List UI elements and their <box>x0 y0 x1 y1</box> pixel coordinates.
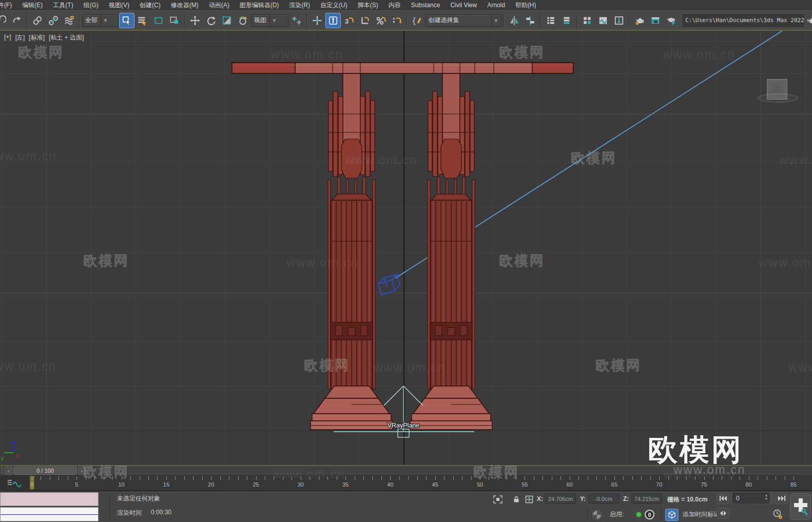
prev-frame-button[interactable]: ‹ <box>5 467 12 475</box>
redo-icon[interactable] <box>9 13 25 28</box>
toolbar-separator <box>306 14 307 27</box>
menu-item-9[interactable]: 图形编辑器(D) <box>235 0 284 10</box>
watermark-url: www.om.cn <box>345 153 417 167</box>
percent-snap-icon[interactable] <box>373 13 389 28</box>
object-name-label: VRayPlane <box>388 422 420 429</box>
menu-item-13[interactable]: 内容 <box>383 0 406 10</box>
viewport-menu-shading[interactable]: [粘土 + 边面] <box>49 33 84 42</box>
maxscript-mini-listener[interactable] <box>0 507 99 521</box>
selection-region-icon[interactable] <box>151 13 166 28</box>
selection-lock-icon[interactable] <box>512 495 521 504</box>
viewcube[interactable]: 左 <box>757 76 803 106</box>
menu-item-8[interactable]: 动画(A) <box>204 0 235 10</box>
window-crossing-icon[interactable] <box>167 13 182 28</box>
menu-item-7[interactable]: 修改器(M) <box>166 0 204 10</box>
main-toolbar: 全部▼ 视图▼ 3 { 创建选择集▼ <box>0 10 812 30</box>
current-frame-field[interactable]: 0 ▲▼ <box>732 493 769 504</box>
toolbar-grip[interactable] <box>1 468 3 474</box>
frame-spinner[interactable]: ▲▼ <box>765 494 768 500</box>
toolbar-overflow-icon[interactable] <box>804 13 812 28</box>
render-setup-icon[interactable] <box>632 13 647 28</box>
spinner-snap-icon[interactable] <box>389 13 404 28</box>
scene-explorer-icon[interactable] <box>543 13 558 28</box>
menu-item-3[interactable]: 工具(T) <box>48 0 78 10</box>
menu-item-16[interactable]: Arnold <box>482 0 510 10</box>
layer-explorer-icon[interactable] <box>559 13 574 28</box>
z-coord-field[interactable]: 74.215cm <box>631 494 662 504</box>
time-config-icon[interactable] <box>772 509 783 520</box>
scene-canvas[interactable]: VRayPlane y x <box>0 31 812 465</box>
undo-icon[interactable] <box>0 13 9 28</box>
x-coord-field[interactable]: 24.706cm <box>545 494 576 504</box>
isolate-selection-icon[interactable] <box>493 495 503 504</box>
viewport-left[interactable]: [+] [左] [标准] [粘土 + 边面] <box>0 30 812 466</box>
y-coord-field[interactable]: -0.0cm <box>588 494 619 504</box>
column-right[interactable] <box>410 73 492 430</box>
bind-spacewarp-icon[interactable] <box>62 13 77 28</box>
watermark-url: www. <box>779 153 812 167</box>
menu-item-15[interactable]: Civil View <box>445 0 482 10</box>
menu-item-17[interactable]: 帮助(H) <box>510 0 542 10</box>
viewport-menu-general[interactable]: [+] <box>4 33 11 42</box>
mirror-icon[interactable] <box>507 13 522 28</box>
transform-typein-icon[interactable] <box>525 495 534 504</box>
time-tag-cube-button[interactable] <box>665 509 679 521</box>
link-icon[interactable] <box>30 13 45 28</box>
x-coord-label: X: <box>537 495 543 502</box>
project-path-dropdown[interactable]: C:\Users\Han\Documents\3ds Max 2022▼ <box>683 14 804 27</box>
watermark-url: www.om.cn <box>759 256 812 270</box>
maxscript-mini-listener-macro[interactable] <box>0 492 99 506</box>
column-left[interactable] <box>311 73 393 430</box>
watermark-brand: 欧模网 <box>499 43 545 62</box>
selection-set-dropdown[interactable]: 创建选择集▼ <box>426 14 501 27</box>
menu-item-10[interactable]: 渲染(R) <box>284 0 315 10</box>
menu-item-1[interactable]: 文件(F) <box>0 0 17 10</box>
time-slider-handle[interactable]: 0 / 100 <box>13 467 77 475</box>
select-by-name-icon[interactable] <box>135 13 150 28</box>
enable-count-badge[interactable]: 0 <box>645 510 654 519</box>
menu-item-12[interactable]: 脚本(S) <box>353 0 383 10</box>
selection-filter-dropdown[interactable]: 全部▼ <box>82 14 119 27</box>
named-selection-sets-icon[interactable]: { <box>410 13 425 28</box>
select-manipulate-icon[interactable] <box>310 13 325 28</box>
top-beam[interactable] <box>232 63 573 73</box>
goto-start-button[interactable] <box>717 493 729 504</box>
enable-led <box>636 512 641 517</box>
watermark-brand: 欧模网 <box>83 463 129 481</box>
menu-item-14[interactable]: Substance <box>406 0 446 10</box>
select-move-icon[interactable] <box>187 13 203 28</box>
menu-item-6[interactable]: 创建(C) <box>134 0 166 10</box>
unlink-icon[interactable] <box>46 13 61 28</box>
menu-item-5[interactable]: 视图(V) <box>104 0 134 10</box>
snap-3d-icon[interactable]: 3 <box>341 13 357 28</box>
viewcube-face-left[interactable]: 左 <box>767 79 787 100</box>
snaps-toggle-button[interactable] <box>325 13 341 28</box>
schematic-view-icon[interactable] <box>595 13 611 28</box>
render-icon[interactable] <box>664 13 679 28</box>
menu-item-2[interactable]: 编辑(E) <box>17 0 48 10</box>
key-mode-toggle[interactable] <box>717 508 729 519</box>
chevron-down-icon: ▼ <box>101 15 108 26</box>
coord-system-dropdown[interactable]: 视图▼ <box>251 14 288 27</box>
curve-editor-icon[interactable] <box>579 13 595 28</box>
set-key-button[interactable] <box>790 493 811 520</box>
select-rotate-icon[interactable] <box>203 13 219 28</box>
material-editor-icon[interactable] <box>611 13 627 28</box>
angle-snap-icon[interactable] <box>357 13 373 28</box>
align-icon[interactable] <box>523 13 538 28</box>
watermark-brand: 欧模网 <box>595 356 642 375</box>
select-object-button[interactable] <box>119 13 134 28</box>
degradation-shield-icon[interactable] <box>591 509 603 520</box>
rendered-frame-window-icon[interactable] <box>648 13 663 28</box>
select-place-icon[interactable] <box>235 13 250 28</box>
select-scale-icon[interactable] <box>219 13 235 28</box>
menu-item-4[interactable]: 组(G) <box>79 0 104 10</box>
viewport-menu-preset[interactable]: [标准] <box>29 33 45 42</box>
viewport-menu-pov[interactable]: [左] <box>15 33 25 42</box>
add-time-tag[interactable]: 添加时间标记 <box>683 510 720 519</box>
use-pivot-center-icon[interactable] <box>289 13 304 28</box>
menu-item-11[interactable]: 自定义(U) <box>315 0 353 10</box>
status-bar: 未选定任何对象 渲染时间 0:00:30 X: 24.706cm Y: -0.0… <box>0 491 812 522</box>
goto-end-button[interactable] <box>775 493 788 504</box>
z-coord-label: Z: <box>623 495 629 502</box>
